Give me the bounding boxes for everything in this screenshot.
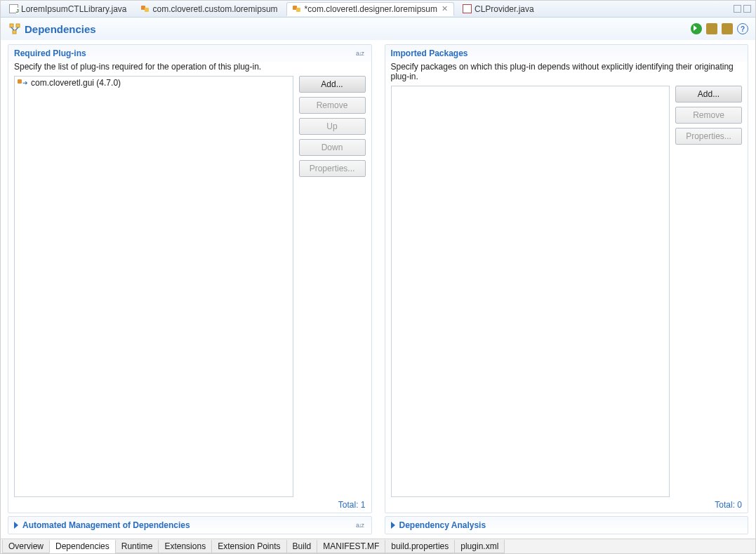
add-button[interactable]: Add... — [299, 76, 366, 93]
form-page-tabs: Overview Dependencies Runtime Extensions… — [1, 539, 755, 553]
page-tab-extensions[interactable]: Extensions — [158, 540, 212, 553]
expand-icon — [14, 522, 18, 529]
plugin-dep-icon — [18, 78, 27, 88]
svg-rect-1 — [16, 24, 20, 27]
page-tab-plugin-xml[interactable]: plugin.xml — [454, 540, 505, 553]
imported-packages-section: Imported Packages Specify packages on wh… — [385, 44, 749, 513]
editor-tab[interactable]: LoremIpsumCTLLibrary.java — [4, 2, 133, 16]
page-tab-manifest[interactable]: MANIFEST.MF — [317, 540, 385, 553]
run-icon[interactable] — [691, 23, 702, 34]
java-file-icon — [463, 4, 472, 13]
list-item-label: com.cloveretl.gui (4.7.0) — [31, 78, 121, 88]
remove-button: Remove — [675, 107, 742, 124]
editor-tab[interactable]: *com.cloveretl.designer.loremipsum ✕ — [286, 2, 454, 16]
editor-tab-label: LoremIpsumCTLLibrary.java — [21, 4, 127, 14]
maximize-view-button[interactable] — [743, 5, 751, 13]
help-icon[interactable]: ? — [737, 23, 748, 34]
section-description: Specify packages on which this plug-in d… — [385, 62, 748, 86]
sort-alpha-icon[interactable] — [354, 520, 366, 531]
plugin-file-icon — [293, 4, 302, 13]
imported-packages-list[interactable] — [391, 86, 670, 497]
editor-tab[interactable]: CLProvider.java — [457, 2, 540, 16]
view-buttons — [734, 5, 751, 13]
properties-button: Properties... — [675, 128, 742, 145]
remove-button: Remove — [299, 97, 366, 114]
svg-rect-0 — [10, 24, 13, 27]
add-button[interactable]: Add... — [675, 86, 742, 103]
page-title: Dependencies — [25, 23, 96, 35]
close-icon[interactable]: ✕ — [442, 4, 448, 13]
down-button: Down — [299, 139, 366, 156]
section-title: Imported Packages — [391, 48, 468, 58]
page-tab-extension-points[interactable]: Extension Points — [211, 540, 286, 553]
dependency-analysis-section[interactable]: Dependency Analysis — [385, 516, 749, 534]
editor-tab-label: *com.cloveretl.designer.loremipsum — [305, 4, 437, 14]
editor-tab[interactable]: com.cloveretl.custom.loremipsum — [135, 2, 284, 16]
expand-icon — [391, 522, 395, 529]
page-tab-build-properties[interactable]: build.properties — [385, 540, 455, 553]
total-label: Total: 1 — [8, 497, 371, 513]
plugin-file-icon — [141, 4, 150, 13]
section-description: Specify the list of plug-ins required fo… — [8, 62, 371, 76]
editor-tab-bar: LoremIpsumCTLLibrary.java com.cloveretl.… — [1, 1, 755, 18]
sort-alpha-icon[interactable] — [354, 48, 366, 59]
page-tab-build[interactable]: Build — [286, 540, 318, 553]
page-tab-dependencies[interactable]: Dependencies — [49, 540, 116, 553]
section-title: Automated Management of Dependencies — [22, 520, 190, 530]
required-plugins-section: Required Plug-ins Specify the list of pl… — [8, 44, 372, 513]
editor-tab-label: CLProvider.java — [475, 4, 534, 14]
organize-icon[interactable] — [722, 23, 733, 34]
svg-rect-2 — [13, 30, 16, 34]
page-tab-overview[interactable]: Overview — [2, 540, 50, 553]
section-title: Required Plug-ins — [14, 48, 86, 58]
section-title: Dependency Analysis — [399, 520, 486, 530]
editor-tab-label: com.cloveretl.custom.loremipsum — [153, 4, 278, 14]
total-label: Total: 0 — [385, 497, 748, 513]
form-header: Dependencies ? — [1, 18, 755, 40]
required-plugins-list[interactable]: com.cloveretl.gui (4.7.0) — [14, 76, 293, 497]
dependencies-icon — [9, 23, 20, 34]
export-icon[interactable] — [706, 23, 717, 34]
list-item[interactable]: com.cloveretl.gui (4.7.0) — [15, 77, 293, 89]
java-file-icon — [9, 4, 18, 13]
up-button: Up — [299, 118, 366, 135]
properties-button: Properties... — [299, 160, 366, 177]
page-tab-runtime[interactable]: Runtime — [115, 540, 159, 553]
minimize-view-button[interactable] — [734, 5, 741, 13]
automated-dependencies-section[interactable]: Automated Management of Dependencies — [8, 516, 372, 534]
